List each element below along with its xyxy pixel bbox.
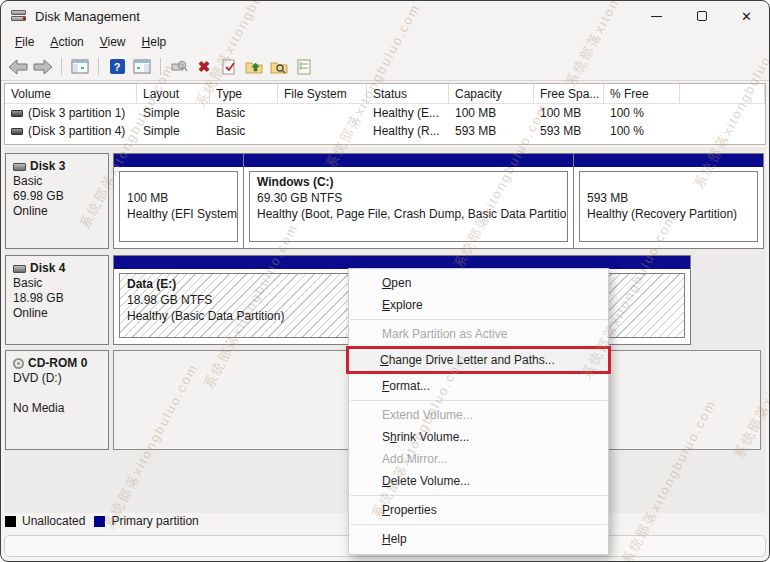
partition-size: 69.30 GB NTFS: [257, 190, 560, 206]
disk3-name: Disk 3: [30, 159, 65, 174]
menu-item-add-mirror: Add Mirror...: [349, 448, 608, 470]
back-icon[interactable]: [7, 56, 29, 78]
menu-separator: [350, 400, 607, 401]
menu-help[interactable]: Help: [134, 33, 175, 51]
column-type[interactable]: Type: [210, 84, 278, 103]
volume-pct-free: 100 %: [604, 106, 680, 120]
minimize-button[interactable]: [634, 1, 679, 31]
disk3-size: 69.98 GB: [13, 189, 101, 204]
window-controls: ✕: [634, 1, 769, 31]
volume-capacity: 100 MB: [449, 106, 534, 120]
open-folder-icon[interactable]: [243, 56, 265, 78]
menu-item-extend-volume: Extend Volume...: [349, 404, 608, 426]
partition-size: 593 MB: [587, 190, 750, 206]
toolbar-separator: [61, 58, 62, 75]
menu-file[interactable]: File: [7, 33, 42, 51]
volume-name: (Disk 3 partition 1): [28, 106, 125, 120]
disk-icon: [13, 265, 26, 273]
primary-partition-color-swatch: [94, 516, 105, 527]
disk4-name: Disk 4: [30, 261, 65, 276]
explore-folder-icon[interactable]: [268, 56, 290, 78]
primary-partition-band: [114, 154, 243, 167]
menu-separator: [350, 524, 607, 525]
volume-layout: Simple: [137, 106, 210, 120]
partition-windows-c[interactable]: Windows (C:) 69.30 GB NTFS Healthy (Boot…: [244, 154, 574, 248]
cdrom-name: CD-ROM 0: [28, 356, 87, 371]
mark-partition-active-icon[interactable]: [218, 56, 240, 78]
menu-item-open[interactable]: Open: [349, 272, 608, 294]
volume-status: Healthy (R...: [367, 124, 449, 138]
show-action-pane-icon[interactable]: [131, 56, 153, 78]
partition-recovery[interactable]: 593 MB Healthy (Recovery Partition): [574, 154, 763, 248]
disk4-info-panel[interactable]: Disk 4 Basic 18.98 GB Online: [5, 255, 109, 345]
column-capacity[interactable]: Capacity: [449, 84, 534, 103]
disk3-status: Online: [13, 204, 101, 219]
menu-item-help[interactable]: Help: [349, 528, 608, 550]
cdrom-media-status: No Media: [13, 401, 101, 416]
cdrom-info-panel[interactable]: CD-ROM 0 DVD (D:) No Media: [5, 350, 109, 450]
menu-action[interactable]: Action: [42, 33, 91, 51]
menu-separator: [350, 319, 607, 320]
column-pct-free[interactable]: % Free: [604, 84, 680, 103]
volume-layout: Simple: [137, 124, 210, 138]
show-console-tree-icon[interactable]: [69, 56, 91, 78]
menu-item-explore[interactable]: Explore: [349, 294, 608, 316]
primary-partition-band: [574, 154, 763, 167]
legend-primary-partition: Primary partition: [94, 514, 198, 528]
partition-title: Windows (C:): [257, 174, 560, 190]
maximize-icon: [697, 11, 707, 21]
table-row[interactable]: (Disk 3 partition 4) Simple Basic Health…: [5, 122, 765, 140]
menu-separator: [350, 495, 607, 496]
menu-item-shrink-volume[interactable]: Shrink Volume...: [349, 426, 608, 448]
menu-item-change-drive-letter[interactable]: Change Drive Letter and Paths...: [349, 349, 608, 371]
menu-bar: File Action View Help: [1, 31, 769, 53]
toolbar: ? ✖: [1, 53, 769, 81]
cd-rom-icon: [13, 358, 24, 369]
volume-icon: [11, 128, 23, 135]
volume-list-header: Volume Layout Type File System Status Ca…: [5, 84, 765, 104]
volume-type: Basic: [210, 106, 278, 120]
table-row[interactable]: (Disk 3 partition 1) Simple Basic Health…: [5, 104, 765, 122]
maximize-button[interactable]: [679, 1, 724, 31]
column-status[interactable]: Status: [367, 84, 449, 103]
menu-view[interactable]: View: [92, 33, 134, 51]
column-free-space[interactable]: Free Spa...: [534, 84, 604, 103]
disk-management-window: Disk Management ✕ File Action View Help …: [0, 0, 770, 562]
partition-status: Healthy (Recovery Partition): [587, 206, 750, 222]
volume-name: (Disk 3 partition 4): [28, 124, 125, 138]
title-bar: Disk Management ✕: [1, 1, 769, 31]
volume-free-space: 100 MB: [534, 106, 604, 120]
rescan-disks-icon[interactable]: [168, 56, 190, 78]
menu-item-format[interactable]: Format...: [349, 375, 608, 397]
disk3-info-panel[interactable]: Disk 3 Basic 69.98 GB Online: [5, 153, 109, 249]
disk4-size: 18.98 GB: [13, 291, 101, 306]
column-layout[interactable]: Layout: [137, 84, 210, 103]
partition-size: 100 MB: [127, 190, 230, 206]
disk4-type: Basic: [13, 276, 101, 291]
red-highlight-box: Change Drive Letter and Paths...: [346, 346, 611, 374]
menu-item-properties[interactable]: Properties: [349, 499, 608, 521]
menu-item-delete-volume[interactable]: Delete Volume...: [349, 470, 608, 492]
partition-status: Healthy (Boot, Page File, Crash Dump, Ba…: [257, 206, 560, 222]
disk-icon: [13, 163, 26, 171]
column-volume[interactable]: Volume: [5, 84, 137, 103]
delete-volume-icon[interactable]: ✖: [193, 56, 215, 78]
volume-pct-free: 100 %: [604, 124, 680, 138]
partition-title: [587, 174, 750, 190]
legend-unallocated-label: Unallocated: [22, 514, 85, 528]
close-button[interactable]: ✕: [724, 1, 769, 31]
help-icon[interactable]: ?: [106, 56, 128, 78]
legend: Unallocated Primary partition: [5, 511, 199, 531]
volume-capacity: 593 MB: [449, 124, 534, 138]
volume-icon: [11, 110, 23, 117]
cdrom-drive: DVD (D:): [13, 371, 101, 386]
partition-efi[interactable]: 100 MB Healthy (EFI System Partition): [114, 154, 244, 248]
forward-icon[interactable]: [32, 56, 54, 78]
toolbar-separator: [98, 58, 99, 75]
disk3-type: Basic: [13, 174, 101, 189]
column-file-system[interactable]: File System: [278, 84, 367, 103]
properties-icon[interactable]: [293, 56, 315, 78]
primary-partition-band: [244, 154, 573, 167]
volume-list: Volume Layout Type File System Status Ca…: [4, 83, 766, 145]
disk4-status: Online: [13, 306, 101, 321]
